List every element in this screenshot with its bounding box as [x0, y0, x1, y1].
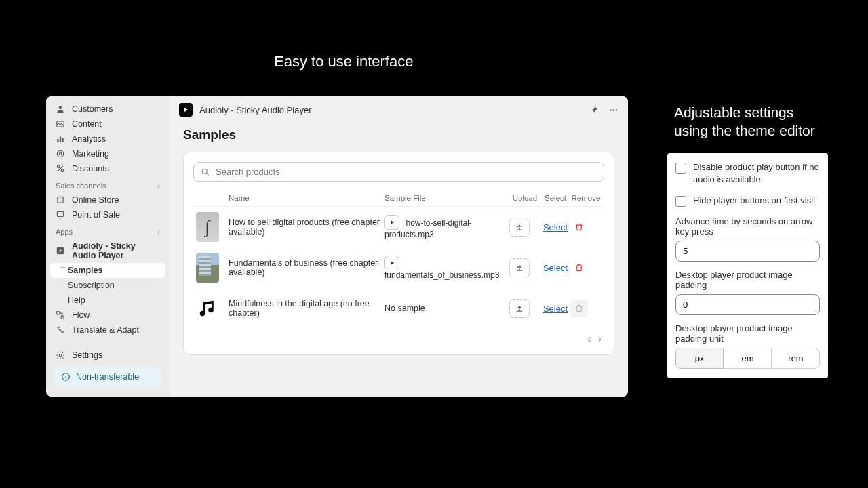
- person-icon: [56, 104, 65, 114]
- sidebar-item-audioly[interactable]: Audioly - Sticky Audio Player: [50, 239, 165, 263]
- app-window: Customers Content Analytics Marketing Di…: [46, 96, 628, 396]
- select-link[interactable]: Select: [543, 222, 568, 232]
- svg-point-0: [59, 106, 62, 109]
- col-upload: Upload: [509, 194, 540, 202]
- sidebar-item-label: Marketing: [72, 149, 109, 159]
- padding-input[interactable]: [675, 294, 820, 315]
- sidebar-item-label: Samples: [68, 266, 102, 275]
- sidebar-item-pos[interactable]: Point of Sale: [50, 207, 165, 222]
- pin-icon[interactable]: [589, 105, 599, 115]
- sidebar-sub-subscription[interactable]: Subscription: [50, 278, 165, 293]
- sidebar-item-label: Flow: [72, 310, 90, 320]
- target-icon: [56, 149, 65, 159]
- play-button[interactable]: [384, 215, 399, 230]
- play-button[interactable]: [384, 256, 399, 270]
- sidebar-item-label: Subscription: [68, 281, 115, 290]
- more-icon[interactable]: [608, 105, 618, 115]
- remove-button[interactable]: [570, 218, 588, 236]
- sidebar: Customers Content Analytics Marketing Di…: [46, 96, 170, 396]
- svg-point-6: [59, 152, 62, 155]
- sidebar-item-flow[interactable]: Flow: [50, 308, 165, 323]
- flow-icon: [56, 310, 65, 320]
- sidebar-item-label: Help: [68, 296, 85, 305]
- upload-button[interactable]: [509, 299, 530, 318]
- sidebar-section-apps[interactable]: Apps ›: [50, 222, 165, 239]
- svg-rect-12: [57, 312, 60, 314]
- svg-marker-22: [391, 261, 394, 265]
- upload-button[interactable]: [509, 218, 530, 237]
- sidebar-item-label: Translate & Adapt: [72, 325, 139, 335]
- svg-marker-21: [391, 220, 394, 224]
- svg-point-14: [59, 354, 62, 357]
- select-link[interactable]: Select: [543, 304, 568, 314]
- unit-px[interactable]: px: [675, 348, 724, 369]
- sidebar-sub-help[interactable]: Help: [50, 293, 165, 308]
- topbar-title: Audioly - Sticky Audio Player: [199, 105, 582, 115]
- bars-icon: [56, 134, 65, 144]
- sidebar-sub-samples[interactable]: Samples: [50, 263, 165, 278]
- unit-em[interactable]: em: [724, 348, 772, 369]
- search-box[interactable]: [193, 162, 604, 182]
- svg-rect-3: [60, 137, 61, 142]
- svg-point-20: [202, 169, 207, 174]
- sidebar-item-marketing[interactable]: Marketing: [50, 146, 165, 161]
- search-input[interactable]: [216, 167, 597, 177]
- svg-rect-13: [61, 316, 64, 319]
- sidebar-item-label: Content: [72, 119, 102, 129]
- sidebar-item-analytics[interactable]: Analytics: [50, 131, 165, 146]
- sidebar-item-translate[interactable]: Translate & Adapt: [50, 323, 165, 338]
- sidebar-section-label: Sales channels: [56, 182, 106, 190]
- pager: ‹ ›: [193, 329, 604, 345]
- table-row: Mindfulness in the digital age (no free …: [193, 288, 604, 329]
- svg-point-5: [57, 150, 63, 157]
- select-link[interactable]: Select: [543, 263, 568, 273]
- sidebar-section-channels[interactable]: Sales channels ›: [50, 176, 165, 192]
- svg-marker-16: [184, 108, 188, 112]
- unit-rem[interactable]: rem: [772, 348, 820, 369]
- search-icon: [201, 167, 210, 177]
- no-sample-text: No sample: [384, 304, 425, 313]
- product-thumb: ∫: [196, 212, 219, 242]
- checkbox-hide-buttons[interactable]: [675, 196, 686, 207]
- sidebar-item-label: Audioly - Sticky Audio Player: [72, 241, 160, 260]
- sidebar-item-online-store[interactable]: Online Store: [50, 192, 165, 207]
- sidebar-item-content[interactable]: Content: [50, 117, 165, 131]
- sidebar-item-label: Customers: [72, 104, 113, 114]
- sample-file-name: fundamentals_of_business.mp3: [384, 270, 499, 280]
- sidebar-item-customers[interactable]: Customers: [50, 102, 165, 117]
- gear-icon: [56, 350, 65, 360]
- checkbox-disable-play[interactable]: [675, 163, 686, 174]
- sidebar-item-settings[interactable]: Settings: [50, 348, 165, 363]
- main-area: Audioly - Sticky Audio Player Samples Na…: [170, 96, 628, 396]
- product-thumb: [196, 293, 219, 323]
- col-remove: Remove: [570, 194, 601, 202]
- sidebar-item-label: Discounts: [72, 164, 109, 174]
- samples-card: Name Sample File Upload Select Remove ∫ …: [183, 152, 614, 355]
- sidebar-item-discounts[interactable]: Discounts: [50, 161, 165, 176]
- svg-point-8: [61, 169, 64, 172]
- chevron-right-icon: ›: [157, 228, 160, 236]
- svg-rect-2: [57, 139, 58, 142]
- svg-point-18: [612, 109, 614, 111]
- setting-label: Disable product play button if no audio …: [693, 161, 820, 185]
- non-transferable-pill[interactable]: Non-transferable: [54, 367, 161, 387]
- upload-button[interactable]: [509, 258, 530, 277]
- remove-button[interactable]: [570, 259, 588, 277]
- translate-icon: [56, 325, 65, 335]
- product-thumb: [196, 253, 219, 283]
- advance-input[interactable]: [675, 241, 820, 262]
- product-name: Mindfulness in the digital age (no free …: [229, 299, 384, 318]
- advance-label: Advance time by seconds on arrow key pre…: [675, 216, 820, 237]
- svg-point-17: [610, 109, 612, 111]
- col-name: Name: [229, 194, 384, 202]
- prev-page[interactable]: ‹: [587, 333, 591, 345]
- sidebar-section-label: Apps: [56, 228, 73, 236]
- image-icon: [56, 119, 65, 129]
- pill-label: Non-transferable: [76, 372, 139, 382]
- topbar: Audioly - Sticky Audio Player: [170, 96, 628, 123]
- svg-rect-4: [62, 138, 63, 142]
- info-icon: [61, 372, 71, 382]
- next-page[interactable]: ›: [598, 333, 601, 345]
- unit-segmented: px em rem: [675, 348, 820, 369]
- pos-icon: [56, 210, 65, 220]
